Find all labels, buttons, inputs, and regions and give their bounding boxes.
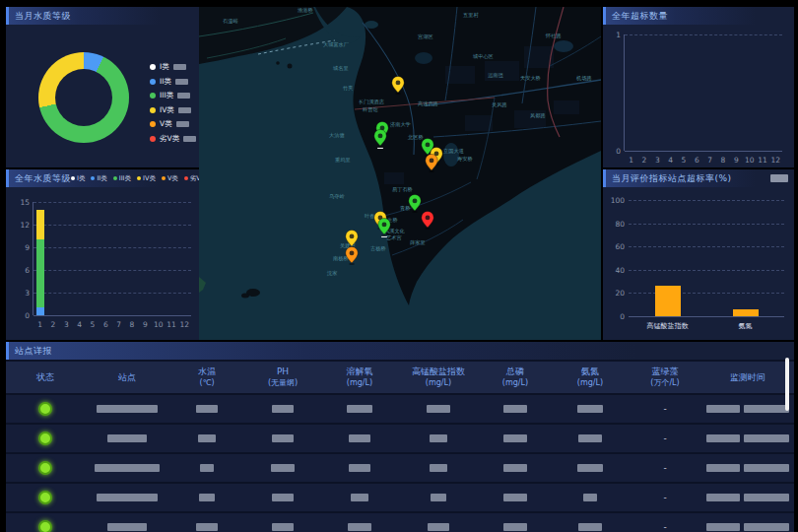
table-cell	[321, 494, 398, 501]
legend-item[interactable]: II类	[91, 174, 106, 183]
table-cell: -	[629, 522, 701, 532]
bar-segment[interactable]	[36, 307, 44, 315]
panel-title-bar: 当月评价指标站点超标率(%)	[603, 169, 794, 187]
value-redacted	[271, 464, 295, 472]
table-row[interactable]: -	[6, 425, 794, 452]
table-cell	[701, 523, 794, 531]
y-axis-label: 100	[603, 196, 625, 205]
x-axis-label: 2	[642, 156, 647, 165]
map-place-label: 大城富水厂	[323, 41, 350, 47]
x-axis-label: 6	[103, 320, 108, 329]
map-city-block	[485, 61, 519, 81]
station-map[interactable]: 石漫峪渔港桥大城富水厂城名里竹夹长门溪酒店科普馆大沽塘重坞里宫湖区五里村怀社路城…	[199, 7, 601, 340]
legend-item[interactable]: I类	[71, 174, 85, 183]
y-axis-label: 20	[603, 289, 625, 298]
table-title-bar: 站点详报	[6, 342, 794, 360]
value-redacted	[503, 434, 527, 442]
map-place-label: 吴风路	[492, 101, 507, 108]
station-table-panel: 站点详报 状态站点水温(℃)PH(无量纲)溶解氧(mg/L)高锰酸盐指数(mg/…	[6, 342, 794, 532]
x-axis-label: 5	[682, 156, 687, 165]
table-row[interactable]: -	[6, 513, 794, 532]
map-place-label: 寿安桥	[457, 156, 473, 162]
value-redacted	[430, 434, 447, 442]
donut-chart-area: I类II类III类IV类V类劣V类	[6, 25, 199, 167]
table-cell	[321, 523, 398, 531]
x-axis-label: 12	[180, 320, 190, 329]
x-axis-label: 12	[771, 156, 781, 165]
column-header: 高锰酸盐指数(mg/L)	[398, 366, 479, 388]
map-place-label: 重坞里	[335, 157, 351, 163]
legend-item[interactable]: 劣V类	[150, 132, 196, 147]
map-place-label: 渔港桥	[298, 7, 313, 14]
x-axis-label: 10	[154, 320, 164, 329]
legend-dot	[150, 107, 156, 113]
panel-year-grade: 全年水质等级 I类II类III类IV类V类劣V类 151296301234567…	[6, 169, 199, 340]
map-lake	[443, 143, 459, 166]
column-unit: (℃)	[169, 377, 244, 388]
y-axis-label: 0	[599, 147, 621, 156]
table-cell: -	[629, 493, 701, 502]
value-redacted	[577, 405, 603, 413]
table-scrollbar[interactable]	[785, 358, 789, 411]
legend-item[interactable]: III类	[150, 89, 196, 103]
status-dot-normal	[38, 491, 52, 504]
legend-dot	[162, 176, 166, 180]
x-axis-label: 2	[51, 320, 56, 329]
column-name: 氨氮	[552, 366, 629, 377]
value-redacted	[95, 464, 160, 472]
table-cell	[701, 434, 794, 442]
time-redacted	[744, 494, 789, 501]
legend-item[interactable]: II类	[150, 75, 196, 90]
table-title: 站点详报	[15, 345, 52, 358]
map-place-label: 立国大道	[443, 148, 465, 154]
x-axis-label: 5	[91, 320, 96, 329]
map-place-label: 机场路	[576, 75, 592, 82]
legend-item[interactable]: IV类	[137, 174, 156, 183]
x-axis-label: 高锰酸盐指数	[647, 321, 689, 331]
time-redacted	[744, 405, 789, 413]
rate-bar[interactable]	[655, 286, 681, 316]
map-place-label: 薛家里	[410, 239, 426, 245]
panel-title-bar: 全年水质等级 I类II类III类IV类V类劣V类	[6, 169, 199, 187]
y-axis-label: 0	[8, 311, 30, 320]
map-city-block	[384, 172, 404, 184]
algae-value: -	[663, 404, 666, 414]
table-cell	[321, 464, 398, 472]
rate-bar[interactable]	[733, 309, 759, 316]
map-place-label: 城名里	[332, 65, 349, 72]
table-row[interactable]: -	[6, 395, 794, 423]
table-cell	[321, 405, 398, 413]
status-dot-normal	[38, 402, 52, 416]
legend-item[interactable]: III类	[113, 174, 131, 183]
bar-segment[interactable]	[36, 210, 44, 240]
value-redacted	[431, 494, 446, 501]
table-cell	[169, 434, 244, 442]
legend-value-redacted	[175, 79, 188, 85]
y-axis-label: 12	[8, 221, 30, 230]
x-axis-label: 7	[116, 320, 121, 329]
legend-item[interactable]: I类	[150, 60, 196, 75]
table-row[interactable]: -	[6, 454, 794, 482]
x-axis-label: 1	[37, 320, 42, 329]
bar-segment[interactable]	[36, 239, 44, 307]
column-unit: (mg/L)	[321, 377, 398, 388]
column-name: 水温	[169, 366, 244, 377]
table-row[interactable]: -	[6, 484, 794, 511]
legend-item[interactable]: V类	[162, 174, 178, 183]
legend-item[interactable]: V类	[150, 117, 196, 132]
map-place-label: 易丁石桥	[392, 186, 413, 193]
donut-chart[interactable]	[38, 52, 129, 143]
table-cell	[552, 434, 629, 442]
legend-dot	[113, 176, 117, 180]
legend-item[interactable]: IV类	[150, 103, 196, 118]
column-header: 溶解氧(mg/L)	[321, 366, 398, 388]
corner-note-redacted[interactable]	[770, 174, 788, 182]
value-redacted	[97, 494, 158, 501]
map-place-label: 济南大学	[390, 121, 411, 128]
map-island	[276, 61, 280, 65]
gridline	[33, 202, 191, 203]
map-lake	[415, 52, 432, 64]
table-cell	[6, 520, 85, 532]
column-unit: (mg/L)	[479, 377, 552, 388]
table-cell	[398, 434, 479, 442]
